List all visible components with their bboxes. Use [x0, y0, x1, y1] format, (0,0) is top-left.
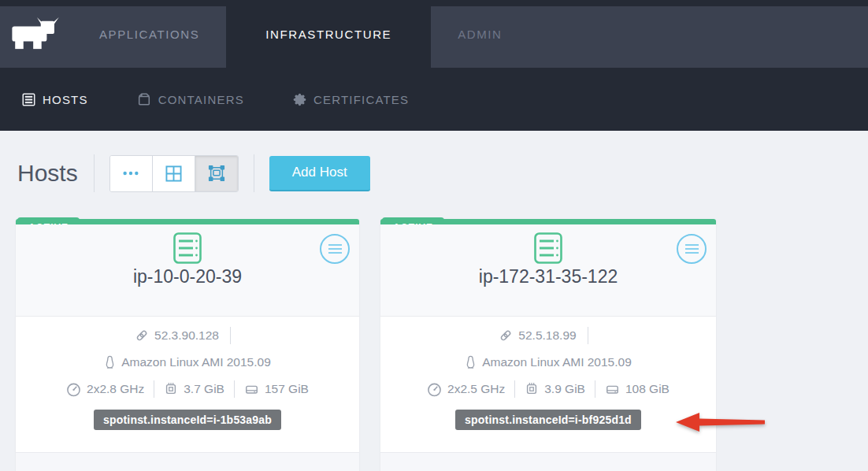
link-icon: [135, 328, 149, 343]
divider: [154, 380, 154, 398]
host-cpu: 2x2.5 GHz: [447, 382, 505, 396]
tab-infrastructure[interactable]: INFRASTRUCTURE: [226, 0, 431, 68]
host-card-body: 52.3.90.128 Amazon Linux AMI 2015.09: [16, 316, 359, 452]
grid-icon: [165, 165, 182, 182]
host-label-tag: spotinst.instanceId=i-bf925d1d: [455, 410, 641, 430]
top-navigation-bar: APPLICATIONS INFRASTRUCTURE ADMIN: [0, 0, 868, 68]
view-grid-button[interactable]: [153, 156, 195, 191]
host-name[interactable]: ip-10-0-20-39: [16, 266, 359, 287]
page-title: Hosts: [17, 160, 78, 187]
memory-chip-icon: [525, 382, 539, 396]
rancher-logo[interactable]: [0, 0, 72, 68]
primary-tabs: APPLICATIONS INFRASTRUCTURE ADMIN: [72, 0, 529, 68]
host-server-icon: [534, 232, 562, 264]
host-os-row: Amazon Linux AMI 2015.09: [16, 349, 359, 376]
host-ip: 52.5.18.99: [518, 328, 576, 343]
host-label-row: spotinst.instanceId=i-1b53a9ab: [16, 410, 359, 430]
tab-admin[interactable]: ADMIN: [431, 0, 529, 68]
hosts-card-grid: ACTIVE ip-10-0-20-39: [16, 219, 868, 471]
host-os-row: Amazon Linux AMI 2015.09: [380, 349, 716, 376]
host-specs-row: 2x2.8 GHz 3.7 GiB: [16, 376, 359, 402]
subnav-label: CERTIFICATES: [313, 93, 409, 106]
host-card-footer: [380, 452, 716, 471]
view-machine-button[interactable]: [195, 156, 238, 191]
infrastructure-subnav: HOSTS CONTAINERS CERTIFICATES: [0, 68, 868, 131]
host-memory: 3.7 GiB: [184, 382, 224, 396]
divider: [588, 327, 588, 344]
subnav-item-hosts[interactable]: HOSTS: [22, 93, 88, 106]
host-name[interactable]: ip-172-31-35-122: [380, 266, 716, 287]
list-dots-icon: [122, 170, 139, 176]
divider: [254, 154, 254, 192]
certificate-seal-icon: [293, 93, 306, 106]
divider: [514, 380, 515, 398]
host-server-icon: [173, 232, 202, 264]
host-card-header: ip-10-0-20-39: [16, 224, 359, 316]
hosts-toolbar: Hosts: [17, 154, 868, 193]
host-card-footer: [16, 452, 359, 471]
host-ip-row: 52.5.18.99: [380, 322, 716, 349]
divider: [94, 154, 95, 192]
divider: [230, 327, 231, 344]
host-os: Amazon Linux AMI 2015.09: [121, 355, 271, 369]
linux-penguin-icon: [104, 355, 116, 369]
machine-view-icon: [208, 165, 225, 182]
view-list-button[interactable]: [110, 156, 153, 191]
host-disk: 108 GiB: [625, 382, 670, 396]
link-icon: [499, 328, 513, 343]
divider: [234, 380, 235, 398]
divider: [595, 380, 595, 398]
view-mode-switcher: [109, 155, 239, 192]
container-box-icon: [137, 92, 151, 106]
host-cpu: 2x2.8 GHz: [87, 382, 144, 396]
host-menu-button[interactable]: [320, 234, 350, 264]
host-label-row: spotinst.instanceId=i-bf925d1d: [380, 410, 716, 430]
subnav-item-containers[interactable]: CONTAINERS: [137, 92, 244, 106]
host-ip: 52.3.90.128: [154, 328, 219, 343]
subnav-item-certificates[interactable]: CERTIFICATES: [293, 93, 409, 106]
host-label-tag: spotinst.instanceId=i-1b53a9ab: [94, 410, 281, 430]
hamburger-icon: [328, 244, 342, 246]
cpu-gauge-icon: [427, 382, 442, 397]
host-card: ACTIVE ip-10-0-20-39: [16, 219, 359, 471]
disk-icon: [605, 382, 620, 396]
disk-icon: [244, 382, 259, 396]
host-card-header: ip-172-31-35-122: [380, 224, 716, 316]
red-annotation-arrow: [674, 411, 767, 433]
host-os: Amazon Linux AMI 2015.09: [482, 355, 632, 369]
host-ip-row: 52.3.90.128: [16, 322, 359, 349]
host-specs-row: 2x2.5 GHz 3.9 GiB: [380, 376, 716, 402]
host-card: ACTIVE ip-172-31-35-122: [380, 219, 716, 471]
host-menu-button[interactable]: [677, 234, 707, 264]
host-disk: 157 GiB: [265, 382, 309, 396]
host-memory: 3.9 GiB: [544, 382, 585, 396]
tab-applications[interactable]: APPLICATIONS: [72, 0, 226, 68]
host-card-body: 52.5.18.99 Amazon Linux AMI 2015.09: [380, 316, 716, 452]
subnav-label: CONTAINERS: [158, 93, 244, 106]
rancher-cow-icon: [12, 17, 61, 51]
linux-penguin-icon: [465, 355, 477, 369]
add-host-button[interactable]: Add Host: [269, 156, 370, 191]
cpu-gauge-icon: [66, 382, 81, 397]
subnav-label: HOSTS: [43, 93, 88, 106]
server-icon: [22, 93, 35, 106]
memory-chip-icon: [164, 382, 178, 396]
hamburger-icon: [685, 244, 699, 246]
